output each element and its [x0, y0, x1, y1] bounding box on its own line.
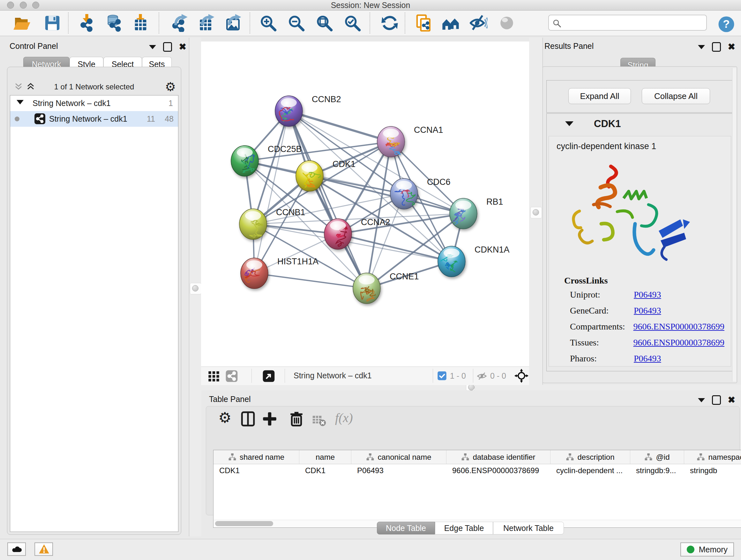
- network-node-CCNA1[interactable]: CCNA1: [377, 125, 443, 157]
- column-header-id[interactable]: @id: [630, 450, 684, 464]
- table-panel-collapse-icon[interactable]: [698, 398, 705, 402]
- collapse-all-icon[interactable]: [14, 82, 23, 91]
- network-node-CCNE1[interactable]: CCNE1: [353, 272, 419, 304]
- right-splitter-handle-icon[interactable]: [530, 207, 542, 219]
- create-column-icon[interactable]: [262, 411, 278, 427]
- fx-formula-icon[interactable]: f(x): [335, 410, 353, 425]
- delete-column-trash-icon[interactable]: [288, 411, 305, 427]
- help-button[interactable]: ?: [718, 15, 735, 33]
- column-header-sharedname[interactable]: shared name: [213, 450, 299, 464]
- column-header-name[interactable]: name: [299, 450, 351, 464]
- import-table-icon[interactable]: [131, 14, 149, 32]
- crosslink-value[interactable]: 9606.ENSP00000378699: [633, 321, 724, 332]
- hidden-eye-icon[interactable]: [477, 371, 487, 383]
- column-header-description[interactable]: description: [550, 450, 630, 464]
- control-panel-collapse-icon[interactable]: [149, 45, 156, 49]
- network-node-CDKN1A[interactable]: CDKN1A: [438, 245, 510, 277]
- network-canvas[interactable]: CCNB2 CCNA1 CDC25B CDK1 CDC6 RB1 CCNB1 C…: [201, 42, 529, 367]
- expand-all-button[interactable]: Expand All: [568, 88, 631, 104]
- network-node-count: 11: [147, 114, 155, 124]
- left-splitter-handle-icon[interactable]: [190, 283, 201, 294]
- network-list-header: 1 of 1 Network selected ⚙: [12, 79, 177, 95]
- table-cell: stringdb:9...: [630, 464, 684, 477]
- column-header-databaseidentifier[interactable]: database identifier: [447, 450, 550, 464]
- network-node-RB1[interactable]: RB1: [450, 197, 503, 229]
- crosslink-value[interactable]: P06493: [634, 354, 661, 364]
- table-options-gear-icon[interactable]: ⚙: [218, 409, 234, 425]
- open-folder-icon[interactable]: [13, 14, 30, 32]
- save-icon[interactable]: [44, 14, 61, 32]
- fit-selected-crosshair-icon[interactable]: [515, 369, 529, 385]
- network-node-CCNB2[interactable]: CCNB2: [275, 95, 341, 126]
- tab-network-table[interactable]: Network Table: [493, 522, 564, 535]
- table-panel-close-icon[interactable]: ✖: [728, 396, 735, 404]
- table-panel-float-icon[interactable]: [712, 395, 721, 405]
- table-panel-title: Table Panel: [209, 395, 251, 404]
- crosslink-value[interactable]: 9606.ENSP00000378699: [633, 337, 724, 348]
- export-table-icon[interactable]: [197, 14, 215, 32]
- column-header-namespace[interactable]: namespace: [684, 450, 741, 464]
- toolbar-separator: [68, 12, 69, 34]
- control-panel: Control Panel ✖ NetworkStyleSelectSets 1…: [0, 38, 188, 537]
- grid-view-icon[interactable]: [207, 370, 220, 384]
- zoom-fit-icon[interactable]: [315, 14, 333, 32]
- results-panel-close-icon[interactable]: ✖: [728, 43, 735, 51]
- svg-text:?: ?: [723, 17, 730, 30]
- hscroll-thumb[interactable]: [215, 521, 273, 526]
- network-node-CDC6[interactable]: CDC6: [390, 177, 451, 209]
- network-node-HIST1H1A[interactable]: HIST1H1A: [241, 257, 319, 289]
- column-header-canonicalname[interactable]: canonical name: [351, 450, 447, 464]
- cloud-button[interactable]: [7, 543, 26, 556]
- table-toolbar-box: ⚙ f(x) shared namenamecanonical namedata…: [206, 406, 740, 515]
- search-input[interactable]: [564, 17, 703, 29]
- birds-eye-view-icon[interactable]: [262, 370, 275, 384]
- tab-node-table[interactable]: Node Table: [377, 522, 435, 535]
- results-panel-float-icon[interactable]: [712, 42, 721, 52]
- table-row[interactable]: CDK1CDK1P064939606.ENSP00000378699cyclin…: [213, 464, 741, 477]
- table-cell: cyclin-dependent ...: [550, 464, 630, 477]
- collapse-all-button[interactable]: Collapse All: [642, 88, 710, 104]
- expand-all-icon[interactable]: [26, 82, 36, 91]
- zoom-in-icon[interactable]: [259, 14, 277, 32]
- results-scrollbar[interactable]: [732, 68, 736, 381]
- control-panel-float-icon[interactable]: [163, 42, 172, 52]
- import-network-icon[interactable]: [78, 14, 96, 32]
- import-database-icon[interactable]: [105, 14, 123, 32]
- export-image-icon[interactable]: [224, 14, 242, 32]
- export-network-icon[interactable]: [171, 14, 188, 32]
- memory-label: Memory: [699, 545, 728, 554]
- left-splitter[interactable]: [189, 38, 201, 537]
- table-panel: Table Panel ✖ ⚙ f(x) shared n: [201, 390, 741, 539]
- delete-table-icon[interactable]: [312, 414, 326, 429]
- crosslink-label: Compartments:: [570, 321, 633, 332]
- crosslink-value[interactable]: P06493: [634, 290, 661, 300]
- gene-expander-icon[interactable]: [565, 121, 574, 126]
- network-collection-row[interactable]: String Network – cdk1 1: [10, 96, 178, 111]
- zoom-out-icon[interactable]: [287, 14, 305, 32]
- show-columns-icon[interactable]: [240, 411, 256, 427]
- network-row[interactable]: String Network – cdk1 11 48: [10, 111, 178, 127]
- status-bar: Memory: [0, 539, 741, 560]
- zoom-selected-icon[interactable]: [343, 14, 361, 32]
- memory-button[interactable]: Memory: [680, 543, 734, 557]
- toolbar-separator: [405, 12, 405, 34]
- results-panel-collapse-icon[interactable]: [698, 45, 705, 49]
- window-title-bar: Session: New Session: [0, 0, 741, 10]
- network-options-gear-icon[interactable]: ⚙: [165, 80, 176, 94]
- control-panel-close-icon[interactable]: ✖: [179, 43, 186, 51]
- collection-expander-icon[interactable]: [17, 100, 23, 105]
- selected-checkbox-icon[interactable]: [437, 371, 447, 382]
- bottom-splitter[interactable]: [201, 385, 741, 390]
- gene-entry: CDK1 cyclin-dependent kinase 1: [546, 113, 733, 371]
- warnings-button[interactable]: [35, 543, 53, 556]
- gene-symbol: CDK1: [594, 118, 621, 130]
- clone-network-icon[interactable]: [415, 14, 433, 32]
- first-neighbors-icon[interactable]: [442, 14, 460, 32]
- refresh-icon[interactable]: [381, 14, 399, 32]
- network-badge-icon[interactable]: [225, 370, 238, 384]
- crosslink-value[interactable]: P06493: [634, 306, 661, 316]
- show-all-icon[interactable]: [498, 14, 516, 32]
- tab-edge-table[interactable]: Edge Table: [435, 522, 493, 535]
- right-splitter[interactable]: [529, 38, 543, 385]
- hide-selected-icon[interactable]: [470, 14, 488, 32]
